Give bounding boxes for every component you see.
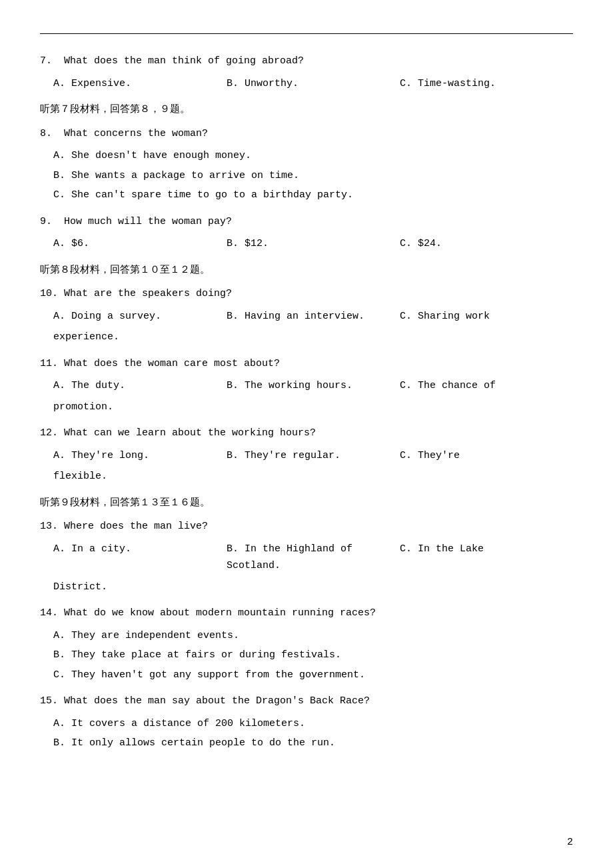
question-11: 11. What does the woman care most about?… bbox=[40, 355, 573, 416]
question-10-options: A. Doing a survey. B. Having an intervie… bbox=[40, 308, 573, 325]
question-9: 9. How much will the woman pay? A. $6. B… bbox=[40, 213, 573, 253]
q12-option-a: A. They're long. bbox=[53, 447, 227, 465]
q12-option-b: B. They're regular. bbox=[227, 447, 400, 465]
question-12-title: 12. What can we learn about the working … bbox=[40, 425, 573, 442]
q13-option-a: A. In a city. bbox=[53, 541, 227, 575]
q12-wrap: flexible. bbox=[40, 468, 573, 485]
q10-option-b: B. Having an interview. bbox=[227, 308, 400, 325]
section-8-label: 听第８段材料，回答第１０至１２题。 bbox=[40, 262, 573, 279]
q11-option-c: C. The chance of bbox=[400, 377, 573, 395]
q13-option-c: C. In the Lake bbox=[400, 541, 573, 575]
q9-option-b: B. $12. bbox=[227, 235, 400, 253]
section-9-label: 听第９段材料，回答第１３至１６题。 bbox=[40, 495, 573, 512]
question-10: 10. What are the speakers doing? A. Doin… bbox=[40, 285, 573, 346]
question-8-title: 8. What concerns the woman? bbox=[40, 125, 573, 143]
question-15: 15. What does the man say about the Drag… bbox=[40, 693, 573, 752]
question-13: 13. Where does the man live? A. In a cit… bbox=[40, 518, 573, 595]
q11-option-a: A. The duty. bbox=[53, 377, 227, 395]
q13-option-b: B. In the Highland of Scotland. bbox=[227, 541, 400, 575]
question-14-title: 14. What do we know about modern mountai… bbox=[40, 605, 573, 622]
q7-option-c: C. Time-wasting. bbox=[400, 75, 573, 93]
question-7-options: A. Expensive. B. Unworthy. C. Time-wasti… bbox=[40, 75, 573, 93]
question-14: 14. What do we know about modern mountai… bbox=[40, 605, 573, 683]
q11-wrap: promotion. bbox=[40, 399, 573, 416]
question-15-title: 15. What does the man say about the Drag… bbox=[40, 693, 573, 710]
q8-option-a: A. She doesn't have enough money. bbox=[40, 147, 573, 165]
q15-option-a: A. It covers a distance of 200 kilometer… bbox=[40, 715, 573, 733]
q9-option-a: A. $6. bbox=[53, 235, 227, 253]
question-11-title: 11. What does the woman care most about? bbox=[40, 355, 573, 373]
q14-option-b: B. They take place at fairs or during fe… bbox=[40, 647, 573, 664]
q14-option-c: C. They haven't got any support from the… bbox=[40, 667, 573, 684]
question-13-title: 13. Where does the man live? bbox=[40, 518, 573, 535]
q12-option-c: C. They're bbox=[400, 447, 573, 465]
q13-wrap: District. bbox=[40, 579, 573, 596]
question-11-options: A. The duty. B. The working hours. C. Th… bbox=[40, 377, 573, 395]
q9-option-c: C. $24. bbox=[400, 235, 573, 253]
question-12: 12. What can we learn about the working … bbox=[40, 425, 573, 485]
q10-wrap: experience. bbox=[40, 329, 573, 346]
page-number: 2 bbox=[567, 837, 573, 848]
question-8: 8. What concerns the woman? A. She doesn… bbox=[40, 125, 573, 204]
top-divider bbox=[40, 33, 573, 34]
q7-option-b: B. Unworthy. bbox=[227, 75, 400, 93]
q11-option-b: B. The working hours. bbox=[227, 377, 400, 395]
question-7-title: 7. What does the man think of going abro… bbox=[40, 53, 573, 70]
question-12-options: A. They're long. B. They're regular. C. … bbox=[40, 447, 573, 465]
q14-option-a: A. They are independent events. bbox=[40, 627, 573, 645]
question-10-title: 10. What are the speakers doing? bbox=[40, 285, 573, 303]
section-7-label: 听第７段材料，回答第８，９题。 bbox=[40, 101, 573, 119]
q15-option-b: B. It only allows certain people to do t… bbox=[40, 735, 573, 752]
question-9-options: A. $6. B. $12. C. $24. bbox=[40, 235, 573, 253]
question-9-title: 9. How much will the woman pay? bbox=[40, 213, 573, 231]
q8-option-b: B. She wants a package to arrive on time… bbox=[40, 167, 573, 185]
q10-option-a: A. Doing a survey. bbox=[53, 308, 227, 325]
q7-option-a: A. Expensive. bbox=[53, 75, 227, 93]
question-13-options: A. In a city. B. In the Highland of Scot… bbox=[40, 541, 573, 575]
q8-option-c: C. She can't spare time to go to a birth… bbox=[40, 187, 573, 204]
question-7: 7. What does the man think of going abro… bbox=[40, 53, 573, 92]
q10-option-c: C. Sharing work bbox=[400, 308, 573, 325]
